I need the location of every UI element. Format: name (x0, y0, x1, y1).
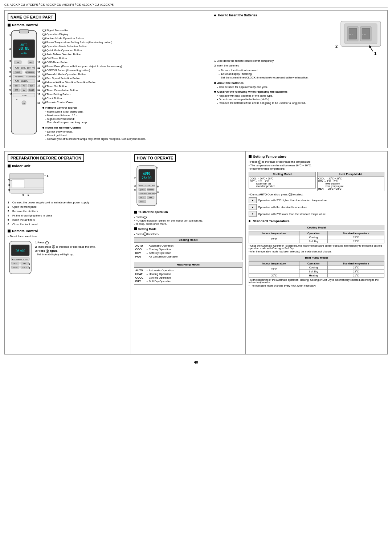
svg-text:5: 5 (134, 189, 136, 191)
std-heat-header: Heat Pump Model (249, 255, 384, 260)
remote-control-subtitle: Remote Control (8, 23, 208, 27)
std-cooling-table: Indoor temperature Operation Standard te… (249, 231, 384, 243)
svg-text:OFF: OFF (15, 89, 18, 91)
svg-text:26:00: 26:00 (142, 176, 151, 180)
label-item-18: 18Clock Button (42, 97, 208, 100)
svg-text:4: 4 (22, 193, 24, 197)
label-item-4: 4Room Temperature Setting Button (Illumi… (42, 41, 208, 44)
battery-section: How to Insert the Batteries + - - + (211, 11, 387, 148)
svg-text:15: 15 (37, 80, 40, 82)
setting-mode-title: Setting Mode (134, 227, 242, 231)
label-item-8: 8ON-Timer Button (42, 57, 208, 60)
svg-text:ON A+: ON A+ (13, 263, 18, 264)
indoor-step-1: 1 Connect the power supply cord to an in… (8, 201, 128, 204)
svg-text:FAN: FAN (32, 67, 35, 69)
section-title-preparation: PREPARATION BEFORE OPERATION (8, 154, 84, 162)
svg-text:3: 3 (134, 185, 136, 187)
label-item-6: 6Quiet Mode Operation Button (42, 49, 208, 52)
preparation-section: PREPARATION BEFORE OPERATION Indoor Unit (5, 151, 131, 354)
svg-text:5: 5 (8, 188, 10, 191)
svg-text:TEMP: TEMP (21, 94, 27, 97)
svg-text:8: 8 (9, 84, 11, 87)
remote-time-diagram: 26:00 AUTO MANUAL HI-SPD ON A+ SET OFF V… (8, 239, 33, 276)
svg-text:SET: SET (23, 263, 26, 264)
svg-text:9: 9 (9, 89, 11, 91)
battery-diagram: + - - + 2 1 (319, 19, 384, 56)
indoor-step-3: 3 Remove the air filters (8, 210, 128, 213)
label-item-3: 3Ionizer Mode Operation Button (42, 37, 208, 40)
black-square-icon-3 (8, 230, 11, 232)
heat-pump-model-header: Heat Pump Model (134, 262, 242, 267)
svg-rect-74 (9, 173, 44, 179)
svg-text:DRY: DRY (27, 67, 30, 69)
label-item-2: 2Operation Display (42, 33, 208, 36)
label-item-13: 13Fan Speed Selection Button (42, 77, 208, 80)
svg-rect-75 (12, 180, 25, 188)
svg-text:SET: SET (149, 197, 152, 199)
svg-text:AUTO: AUTO (15, 67, 20, 69)
svg-text:26:00: 26:00 (15, 249, 25, 253)
svg-text:5: 5 (9, 71, 11, 73)
indoor-unit-subtitle: Indoor Unit (8, 164, 128, 168)
svg-text:AIR SWING / FAN SPEED: AIR SWING / FAN SPEED (139, 193, 156, 195)
svg-text:2: 2 (28, 193, 29, 197)
auto-high-icon: ▲ (249, 197, 257, 203)
heat-modes-list: AUTO– Automatic Operation HEAT– Heating … (134, 267, 242, 285)
label-item-11: 11OFF/ON Button (Illuminating button) (42, 69, 208, 72)
setting-temperature-section: Setting Temperature • Press 3 to increas… (246, 151, 387, 354)
label-item-16: 16Timer Cancellation Button (42, 89, 208, 92)
svg-text:AUTO MANUAL HI-SPD: AUTO MANUAL HI-SPD (12, 259, 28, 260)
svg-text:2: 2 (9, 48, 11, 50)
svg-text:13: 13 (37, 71, 40, 73)
svg-text:MANUAL: MANUAL (21, 80, 28, 82)
table-row: 20°C Heating 21°C (249, 274, 384, 278)
name-of-each-part-section: NAME OF EACH PART Remote Control (4, 10, 388, 148)
svg-text:CANC: CANC (29, 89, 34, 91)
indoor-step-5: 5 Insert the air filters (8, 218, 128, 222)
press-steps-list: 1 Press 1. 2 Then press 2 to increase or… (35, 241, 95, 257)
svg-text:6: 6 (8, 178, 10, 181)
black-square-icon (8, 24, 11, 27)
svg-text:16: 16 (37, 84, 40, 87)
cooling-modes-list: AUTO– Automatic Operation COOL– Cooling … (134, 243, 242, 260)
remote-control-diagram: AUTO 88:88 AUTO ion OFF AUTO COOL DRY (8, 29, 40, 138)
table-row: 23°C Cooling 25°C (249, 266, 384, 270)
remote-control-section: NAME OF EACH PART Remote Control (5, 11, 211, 148)
svg-text:4: 4 (9, 66, 11, 69)
black-square-icon-4 (134, 211, 137, 214)
notes-remote-section: Notes for Remote Control. • Do not throw… (42, 126, 208, 141)
svg-text:3: 3 (9, 60, 11, 62)
svg-text:ion: ion (17, 61, 19, 64)
svg-text:2: 2 (134, 177, 136, 179)
indoor-unit-diagram: 1 6 3 5 4 2 (8, 170, 55, 199)
svg-text:14: 14 (37, 75, 40, 78)
label-item-12: 12Powerful Mode Operation Button (42, 73, 208, 76)
svg-text:3: 3 (8, 183, 10, 187)
svg-text:1: 1 (157, 167, 159, 170)
svg-text:FAN SPEED: FAN SPEED (26, 76, 36, 78)
table-row: 23°C Cooling 25°C (249, 235, 384, 239)
svg-text:1: 1 (29, 267, 30, 270)
svg-point-41 (16, 99, 17, 100)
svg-text:A+: A+ (23, 85, 25, 87)
label-item-1: 1Signal Transmitter (42, 29, 208, 32)
svg-text:AUTO: AUTO (15, 80, 20, 82)
svg-text:QUIET: QUIET (15, 72, 20, 73)
svg-text:18: 18 (37, 93, 40, 96)
auto-icon-area: ▲ Operation with 2°C higher than the sta… (249, 197, 384, 217)
svg-rect-100 (139, 169, 155, 182)
svg-text:1: 1 (47, 174, 49, 178)
label-item-14: 14Manual Airflow Direction Selection But… (42, 81, 208, 84)
svg-text:AUTO: AUTO (143, 172, 150, 175)
auto-low-icon: ▼ (249, 211, 257, 217)
standard-temp-title: Standard Temperature (249, 219, 384, 223)
remote-label-list: 1Signal Transmitter 2Operation Display 3… (42, 29, 208, 141)
svg-text:+ -: + - (349, 33, 353, 36)
operate-remote-diagram: AUTO 26:00 AUTO COOL DRY FAN QUIET POWER… (134, 164, 161, 207)
section-title-name-of-each-part: NAME OF EACH PART (8, 13, 56, 21)
bottom-section: PREPARATION BEFORE OPERATION Indoor Unit (4, 151, 388, 355)
indoor-steps-list: 1 Connect the power supply cord to an in… (8, 201, 128, 226)
svg-text:2: 2 (335, 44, 338, 48)
label-item-15: 15Timer Set Button (42, 85, 208, 88)
svg-text:1: 1 (9, 34, 11, 36)
